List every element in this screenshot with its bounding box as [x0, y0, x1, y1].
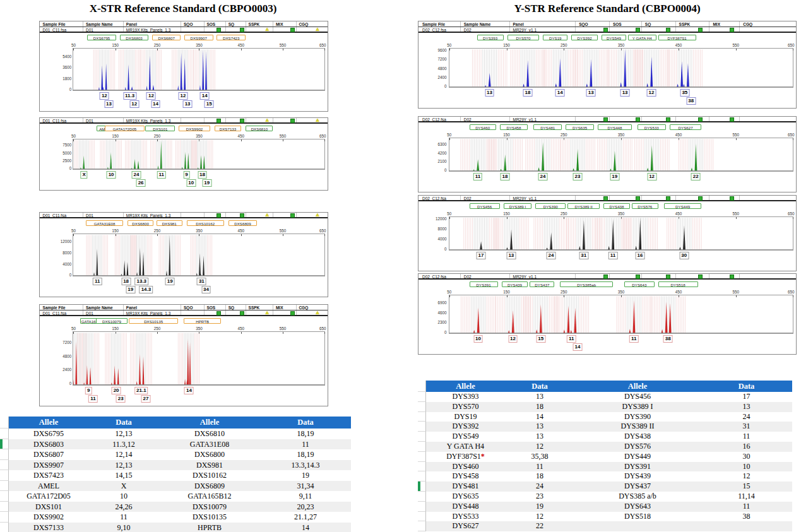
allele-call-box[interactable]: 11 [93, 278, 102, 285]
marker-chip[interactable]: DYS458 [500, 124, 528, 130]
gutter-cell[interactable] [418, 402, 426, 412]
allele-cell[interactable]: DYS576 [574, 442, 701, 452]
allele-call-box[interactable]: 11 [629, 335, 638, 343]
marker-chip[interactable]: DXS6803 [120, 35, 149, 40]
allele-call-box[interactable]: 13 [183, 100, 193, 108]
data-cell[interactable]: 9,10 [88, 523, 159, 532]
allele-call-box[interactable]: 14.3 [139, 286, 153, 293]
gutter-cell[interactable] [418, 432, 426, 442]
data-cell[interactable]: 23 [505, 492, 574, 502]
marker-chip[interactable]: DYS385ab [560, 281, 613, 287]
allele-cell[interactable]: DXS6803 [9, 439, 88, 450]
sample-row[interactable]: D01_C11.fsaD01MR19X Kits_Panels_1.3▲▲ [40, 118, 328, 124]
marker-chip[interactable]: DYS448 [598, 124, 632, 130]
marker-chip[interactable]: DXS10162 [187, 220, 224, 226]
allele-cell[interactable]: DXS9902 [9, 512, 88, 523]
allele-call-box[interactable]: 19 [202, 179, 211, 187]
data-cell[interactable]: 30 [701, 452, 792, 462]
allele-cell[interactable]: DYS391 [574, 462, 701, 472]
marker-chip[interactable]: DYS549 [602, 35, 626, 40]
allele-cell[interactable]: DXS10162 [159, 470, 260, 481]
allele-call-box[interactable]: 19 [126, 286, 135, 293]
allele-call-box[interactable]: 24 [547, 252, 556, 259]
data-cell[interactable]: 14 [505, 412, 574, 422]
marker-chip[interactable]: DYS390 [535, 203, 566, 209]
marker-chip[interactable]: DYS533 [638, 124, 666, 130]
marker-chip[interactable]: GATA31E08 [86, 220, 123, 226]
marker-chip[interactable]: DYF387S1 [658, 35, 696, 40]
allele-cell[interactable]: HPRTB [159, 523, 260, 532]
allele-cell[interactable]: DYS549 [426, 432, 505, 442]
allele-cell[interactable]: DYS393 [426, 392, 505, 402]
allele-call-box[interactable]: 23 [573, 173, 583, 180]
allele-call-box[interactable]: 11 [567, 335, 576, 343]
allele-cell[interactable]: DYS458 [426, 471, 505, 482]
allele-cell[interactable]: DYS389 II [574, 422, 701, 432]
data-cell[interactable]: 18 [505, 402, 574, 412]
marker-chip[interactable]: DXS101 [145, 126, 175, 131]
allele-cell[interactable]: DYS456 [574, 392, 701, 402]
marker-chip[interactable]: DYS481 [533, 124, 562, 130]
data-cell[interactable]: 12,13 [88, 460, 159, 471]
gutter-cell[interactable] [418, 412, 426, 422]
data-cell[interactable]: 19 [505, 502, 574, 512]
marker-chip[interactable]: DYS643 [624, 281, 655, 287]
allele-call-box[interactable]: 38 [686, 97, 696, 105]
marker-chip[interactable]: DXS7133 [215, 126, 241, 131]
allele-cell[interactable]: DXS6809 [159, 481, 260, 492]
allele-call-box[interactable]: 14 [200, 92, 210, 100]
allele-call-box[interactable]: 21.1 [134, 387, 148, 394]
marker-chip[interactable]: DYS392 [571, 35, 598, 40]
data-cell[interactable]: 31 [701, 422, 792, 432]
allele-cell[interactable]: DXS6795 [9, 429, 88, 439]
allele-cell[interactable]: DYS392 [426, 422, 505, 432]
marker-chip[interactable]: DYS437 [530, 281, 554, 287]
allele-call-box[interactable]: 16 [636, 252, 645, 259]
gutter-cell[interactable] [418, 502, 426, 512]
allele-call-box[interactable]: 11 [473, 173, 482, 180]
data-cell[interactable]: 10 [701, 462, 792, 472]
gutter-cell[interactable] [0, 491, 9, 502]
data-cell[interactable]: 9,11 [260, 491, 351, 502]
allele-cell[interactable]: DYS643 [574, 502, 701, 512]
allele-call-box[interactable]: 13.3 [134, 278, 148, 285]
allele-cell[interactable]: DYS389 I [574, 402, 701, 412]
data-cell[interactable]: 16 [701, 442, 792, 452]
data-cell[interactable] [701, 521, 792, 531]
allele-call-box[interactable]: 31 [197, 278, 206, 285]
marker-chip[interactable]: DXS7423 [217, 35, 246, 40]
allele-cell[interactable]: DXS10135 [159, 512, 260, 523]
marker-chip[interactable]: DXS6795 [87, 35, 116, 40]
allele-call-box[interactable]: 24 [131, 171, 141, 179]
data-cell[interactable]: 12,13 [88, 429, 159, 439]
data-cell[interactable]: 11 [701, 432, 792, 442]
marker-chip[interactable]: DYS576 [632, 203, 658, 209]
sample-row[interactable]: D02_C12.fsaD02MR29Y_v1.1 [418, 117, 796, 122]
allele-cell[interactable]: DXS6810 [159, 429, 260, 439]
gutter-cell[interactable] [418, 521, 426, 531]
data-cell[interactable]: 35,38 [505, 452, 574, 462]
allele-call-box[interactable]: 13 [620, 89, 630, 97]
data-cell[interactable]: 13 [505, 432, 574, 442]
allele-cell[interactable] [574, 521, 701, 531]
data-cell[interactable]: 12 [701, 471, 792, 482]
data-cell[interactable]: 22 [505, 521, 574, 531]
marker-chip[interactable]: GATA172D05 [105, 126, 145, 131]
allele-cell[interactable]: DYS570 [426, 402, 505, 412]
marker-chip[interactable]: DXS10135 [129, 318, 178, 324]
gutter-cell[interactable] [418, 492, 426, 502]
allele-call-box[interactable]: 38 [663, 335, 673, 343]
marker-chip[interactable]: DYS439 [502, 281, 528, 287]
marker-chip[interactable]: DYS518 [658, 281, 698, 287]
marker-chip[interactable]: DXS9907 [184, 35, 213, 40]
allele-cell[interactable]: DXS9907 [9, 460, 88, 471]
marker-chip[interactable]: Y GATA H4 [628, 35, 656, 40]
gutter-cell[interactable] [418, 392, 426, 402]
allele-call-box[interactable]: 11 [608, 252, 617, 259]
gutter-cell[interactable] [418, 452, 426, 462]
gutter-cell[interactable] [0, 439, 9, 450]
marker-chip[interactable]: DYS570 [507, 35, 540, 40]
allele-call-box[interactable]: 24 [538, 173, 548, 180]
allele-cell[interactable]: DYS449 [574, 452, 701, 462]
sample-row[interactable]: D01_C11.fsaD01MR19X Kits_Panels_1.3▲▲ [40, 27, 328, 33]
